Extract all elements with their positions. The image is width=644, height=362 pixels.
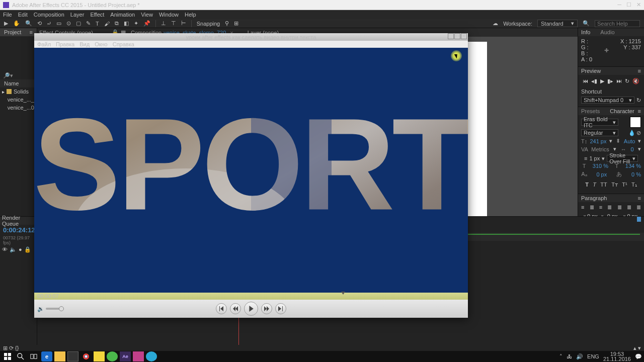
preview-close-icon[interactable]: × [461,33,467,39]
go-first-button[interactable] [216,303,227,314]
selection-tool-icon[interactable]: ▶ [4,20,8,27]
solo-icon[interactable]: ● [19,246,22,253]
tracking-value[interactable]: 0 [631,146,634,152]
start-button[interactable] [2,351,13,361]
footer-icons[interactable]: ⊞ ⟳ {} [3,345,19,351]
snapping-ext-icon[interactable]: ⊞ [234,20,238,27]
font-size-value[interactable]: 241 px [590,138,606,144]
volume-icon[interactable]: 🔉 [37,306,44,312]
orbit-tool-icon[interactable]: ⟲ [37,20,42,27]
first-frame-icon[interactable]: ⏮ [583,78,588,84]
menu-composition[interactable]: Composition [34,12,64,18]
preview-titlebar[interactable]: уроки after effects как сделать видео вн… [34,33,468,41]
project-search[interactable]: 🔎▾ [0,71,37,79]
align-right-icon[interactable]: ≡ [599,204,602,211]
close-icon[interactable]: ✕ [636,2,641,8]
preview-timebar[interactable]: 00:00:07 [34,293,468,300]
subscript-icon[interactable]: T₁ [631,182,637,188]
volume-slider[interactable] [46,308,64,310]
menu-file[interactable]: File [3,12,12,18]
menu-layer[interactable]: Layer [70,12,85,18]
pmenu-file[interactable]: Файл [37,41,51,47]
menu-edit[interactable]: Edit [18,12,28,18]
project-name-col[interactable]: Name [0,79,37,87]
rotate-tool-icon[interactable]: ⤾ [47,20,51,27]
play-icon[interactable]: ▶ [600,78,604,84]
roto-tool-icon[interactable]: ✦ [134,20,138,27]
justify-all-icon[interactable]: ≣ [636,204,641,211]
eye-icon[interactable]: 👁 [2,246,8,253]
reset-icon[interactable]: ↻ [636,97,641,104]
justify-last-right-icon[interactable]: ≣ [627,204,631,211]
prev-frame-icon[interactable]: ◂▮ [591,78,597,84]
tree-video-2[interactable]: venice_...0.m... [0,104,37,112]
align-center-icon[interactable]: ≣ [590,204,594,211]
tray-up-icon[interactable]: ˄ [559,353,562,360]
tree-folder[interactable]: ▸Solids [0,87,37,96]
eraser-tool-icon[interactable]: ◧ [124,20,129,27]
pmenu-edit[interactable]: Правка [56,41,74,47]
hand-tool-icon[interactable]: ✋ [13,20,20,27]
pmenu-help[interactable]: Справка [113,41,134,47]
rewind-button[interactable] [230,303,241,314]
preview-min-icon[interactable]: _ [448,33,454,39]
axis-view-icon[interactable]: ⊢ [181,20,186,27]
superscript-icon[interactable]: T¹ [622,182,627,188]
bold-icon[interactable]: T [585,182,589,188]
forward-button[interactable] [261,303,272,314]
font-select[interactable]: Eras Bold ITC▾ [581,119,618,126]
mute-icon[interactable]: 🔇 [632,78,639,84]
tray-volume-icon[interactable]: 🔊 [576,353,583,360]
render-queue-tab[interactable]: Render Queue [0,217,37,225]
app-green-icon[interactable] [107,351,118,361]
next-frame-icon[interactable]: ▮▸ [607,78,613,84]
tray-notifications-icon[interactable]: 💬 [635,353,642,360]
puppet-tool-icon[interactable]: 📌 [143,20,150,27]
app-pink-icon[interactable] [133,351,144,361]
workspace-select[interactable]: Standard▾ [537,20,578,27]
clone-tool-icon[interactable]: ⧉ [115,20,119,27]
justify-last-center-icon[interactable]: ≣ [617,204,622,211]
stroke-mode-select[interactable]: Stroke Over Fill▾ [607,155,638,162]
hscale-value[interactable]: 134 % [625,163,641,169]
allcaps-icon[interactable]: TT [600,182,607,188]
taskview-icon[interactable] [28,351,39,361]
speaker-icon[interactable]: 🔈 [10,246,17,253]
timecode[interactable]: 0:00:24:12 [0,225,37,235]
work-area-end-marker[interactable] [637,217,641,222]
menu-window[interactable]: Window [159,12,179,18]
kerning-value[interactable]: Metrics [591,146,609,152]
stroke-width-value[interactable]: 1 px [589,155,600,161]
menu-view[interactable]: View [141,12,153,18]
project-tab[interactable]: Project≡ [0,28,37,36]
axis-world-icon[interactable]: ⊤ [171,20,176,27]
leading-value[interactable]: Auto [624,138,635,144]
baseline-value[interactable]: 0 px [596,171,607,177]
edge-icon[interactable]: e [41,351,52,361]
menu-help[interactable]: Help [185,12,196,18]
snapping-icon[interactable]: ⚲ [225,20,229,27]
search-input[interactable] [595,20,640,27]
character-tab[interactable]: Presets Character ≡ [578,107,644,115]
shortcut-select[interactable]: Shift+Numpad 0▾ [581,97,634,104]
tree-video-1[interactable]: venice_..._s... [0,96,37,104]
pan-behind-tool-icon[interactable]: ⊙ [66,20,71,27]
explorer-icon[interactable] [54,351,65,361]
chrome-icon[interactable] [80,351,92,361]
tsume-value[interactable]: 0 % [631,171,641,177]
brush-tool-icon[interactable]: 🖌 [104,21,110,27]
lock-icon[interactable]: 🔒 [24,246,31,253]
app-blue-icon[interactable] [146,351,157,361]
justify-last-left-icon[interactable]: ≣ [607,204,612,211]
go-last-button[interactable] [275,303,286,314]
sync-icon[interactable]: ☁ [493,20,498,27]
smallcaps-icon[interactable]: Tᴛ [611,182,618,188]
fill-swatch[interactable] [630,117,641,128]
minimize-icon[interactable]: ─ [617,2,621,8]
ae-taskbar-icon[interactable]: Ae [120,351,131,361]
preview-tab[interactable]: Preview≡ [578,67,644,75]
vscale-value[interactable]: 310 % [593,163,608,169]
menu-animation[interactable]: Animation [110,12,135,18]
pmenu-window[interactable]: Окно [95,41,108,47]
preview-playhead-marker[interactable] [341,292,345,295]
